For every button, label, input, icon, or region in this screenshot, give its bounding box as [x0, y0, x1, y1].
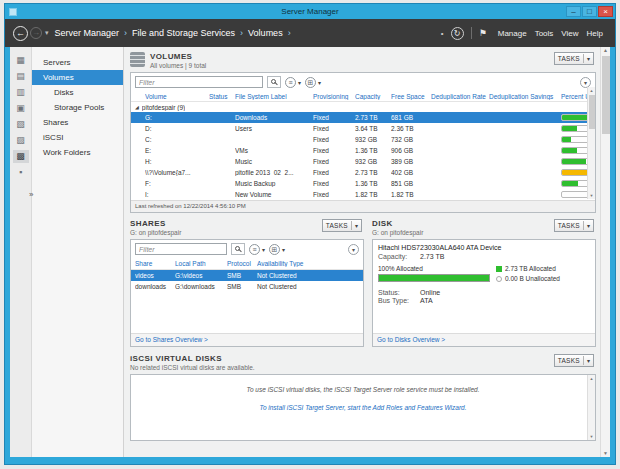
column-share[interactable]: Share — [135, 260, 175, 267]
column-volume[interactable]: Volume — [145, 93, 209, 100]
column-provisioning[interactable]: Provisioning — [313, 93, 355, 100]
sidebar-item[interactable]: Storage Pools — [32, 100, 123, 115]
legend-swatch — [496, 266, 502, 272]
sidebar-item[interactable]: Shares — [32, 115, 123, 130]
volume-row[interactable]: D: Users Fixed 3.64 TB 2.36 TB — [131, 123, 595, 134]
scrollbar-thumb[interactable] — [602, 56, 610, 134]
column-local-path[interactable]: Local Path — [175, 260, 227, 267]
scroll-up-icon[interactable]: ▲ — [588, 375, 595, 382]
shares-footer: Go to Shares Overview > — [131, 333, 363, 346]
history-dropdown-icon[interactable]: ▾ — [45, 29, 49, 37]
menu-item[interactable]: View — [557, 29, 582, 38]
free-space-cell: 402 GB — [391, 169, 431, 176]
scroll-up-icon[interactable]: ▲ — [588, 87, 595, 94]
column-status[interactable]: Status — [209, 93, 235, 100]
disks-overview-link[interactable]: Go to Disks Overview > — [377, 336, 445, 343]
remote-access-icon[interactable]: ▨ — [13, 134, 29, 147]
sidebar-item[interactable]: Disks — [32, 85, 123, 100]
hyper-v-icon[interactable]: ▧ — [13, 118, 29, 131]
menu-item[interactable]: Manage — [494, 29, 531, 38]
search-icon[interactable] — [267, 76, 281, 88]
volume-row[interactable]: C: Fixed 932 GB 732 GB — [131, 134, 595, 145]
minimize-button[interactable]: – — [566, 6, 581, 17]
scroll-down-icon[interactable]: ▼ — [588, 433, 595, 440]
shares-overview-link[interactable]: Go to Shares Overview > — [135, 336, 208, 343]
iscsi-scrollbar[interactable]: ▲ ▼ — [587, 375, 595, 440]
free-space-cell: 681 GB — [391, 114, 431, 121]
volumes-filter-input[interactable] — [135, 76, 263, 88]
breadcrumb-page[interactable]: Volumes — [248, 28, 283, 38]
volume-row[interactable]: I: New Volume Fixed 1.82 TB 1.82 TB — [131, 189, 595, 200]
provisioning-cell: Fixed — [313, 136, 355, 143]
dashboard-icon[interactable]: ▦ — [13, 54, 29, 67]
file-storage-services-icon[interactable]: ▩ — [13, 150, 29, 163]
breadcrumb-root[interactable]: Server Manager — [55, 28, 120, 38]
share-row[interactable]: videos G:\videos SMB Not Clustered — [131, 270, 363, 281]
volume-row[interactable]: E: VMs Fixed 1.36 TB 906 GB — [131, 145, 595, 156]
menu-item[interactable]: Tools — [531, 29, 558, 38]
filter-menu-button[interactable]: ≡ ▾ — [249, 244, 265, 255]
volumes-group-row[interactable]: ◢ pitofdespair (9) — [131, 102, 595, 112]
volumes-scrollbar[interactable]: ▲ ▼ — [587, 87, 595, 199]
volume-row[interactable]: H: Music Fixed 932 GB 389 GB — [131, 156, 595, 167]
all-servers-icon[interactable]: ▥ — [13, 86, 29, 99]
provisioning-cell: Fixed — [313, 114, 355, 121]
scroll-down-icon[interactable]: ▼ — [588, 192, 595, 199]
availability-cell: Not Clustered — [257, 272, 363, 279]
rail-expand-chevron-icon[interactable]: » — [29, 190, 33, 199]
file-print-services-icon[interactable]: ▣ — [13, 102, 29, 115]
volume-row[interactable]: \\?\Volume{a7... pitofile 2013_02_2... F… — [131, 167, 595, 178]
column-dedup-rate[interactable]: Deduplication Rate — [431, 93, 489, 100]
column-capacity[interactable]: Capacity — [355, 93, 391, 100]
scroll-down-icon[interactable]: ▼ — [601, 450, 610, 457]
shares-tasks-button[interactable]: TASKS ▾ — [322, 219, 362, 232]
performance-icon[interactable]: ▪ — [13, 166, 29, 179]
iscsi-install-link[interactable]: To install iSCSI Target Server, start th… — [260, 404, 467, 411]
volume-cell: E: — [145, 147, 209, 154]
volumes-table-header: Volume Status File System Label Provisio… — [131, 91, 595, 102]
free-space-cell: 906 GB — [391, 147, 431, 154]
scrollbar-thumb[interactable] — [589, 95, 595, 129]
column-free-space[interactable]: Free Space — [391, 93, 431, 100]
main-scrollbar[interactable]: ▲ ▼ — [600, 47, 610, 457]
provisioning-cell: Fixed — [313, 191, 355, 198]
volumes-tasks-button[interactable]: TASKS ▾ — [554, 52, 594, 65]
local-server-icon[interactable]: ▤ — [13, 70, 29, 83]
provisioning-cell: Fixed — [313, 147, 355, 154]
shares-filter-input[interactable] — [135, 243, 227, 255]
disk-tasks-button[interactable]: TASKS ▾ — [554, 219, 594, 232]
column-fs-label[interactable]: File System Label — [235, 93, 313, 100]
disk-panel: Hitachi HDS723030ALA640 ATA Device Capac… — [372, 239, 596, 347]
menu-item[interactable]: Help — [583, 29, 607, 38]
group-expand-icon: ◢ — [135, 104, 139, 110]
iscsi-tasks-button[interactable]: TASKS ▾ — [554, 354, 594, 367]
legend-label: 2.73 TB Allocated — [505, 265, 556, 272]
protocol-cell: SMB — [227, 272, 257, 279]
search-icon[interactable] — [231, 243, 245, 255]
close-button[interactable]: × — [598, 6, 613, 17]
fs-label-cell: pitofile 2013_02_2... — [235, 169, 313, 176]
chevron-down-icon: ▾ — [298, 79, 301, 86]
collapse-panel-icon[interactable]: ▾ — [348, 244, 359, 255]
back-button[interactable]: ← — [13, 26, 28, 41]
volume-row[interactable]: G: Downloads Fixed 2.73 TB 681 GB — [131, 112, 595, 123]
notifications-flag-icon[interactable]: ⚑ — [479, 28, 487, 38]
filter-menu-button[interactable]: ≡ ▾ — [285, 77, 301, 88]
group-menu-button[interactable]: ⊞ ▾ — [305, 77, 321, 88]
share-row[interactable]: downloads G:\downloads SMB Not Clustered — [131, 281, 363, 292]
breadcrumb-section[interactable]: File and Storage Services — [132, 28, 235, 38]
sidebar-item[interactable]: Servers — [32, 55, 123, 70]
maximize-button[interactable]: □ — [582, 6, 597, 17]
scroll-up-icon[interactable]: ▲ — [601, 47, 610, 54]
column-dedup-savings[interactable]: Deduplication Savings — [489, 93, 561, 100]
sidebar-item[interactable]: iSCSI — [32, 130, 123, 145]
column-protocol[interactable]: Protocol — [227, 260, 257, 267]
group-menu-button[interactable]: ⊞ ▾ — [269, 244, 285, 255]
volume-row[interactable]: F: Music Backup Fixed 1.36 TB 851 GB — [131, 178, 595, 189]
column-availability[interactable]: Availability Type — [257, 260, 363, 267]
sidebar-item[interactable]: Volumes — [32, 70, 123, 85]
iscsi-section: iSCSI VIRTUAL DISKS No related iSCSI vir… — [130, 354, 596, 441]
forward-button[interactable]: → — [30, 27, 42, 39]
sidebar-item[interactable]: Work Folders — [32, 145, 123, 160]
refresh-icon[interactable]: ↻ — [451, 27, 464, 40]
